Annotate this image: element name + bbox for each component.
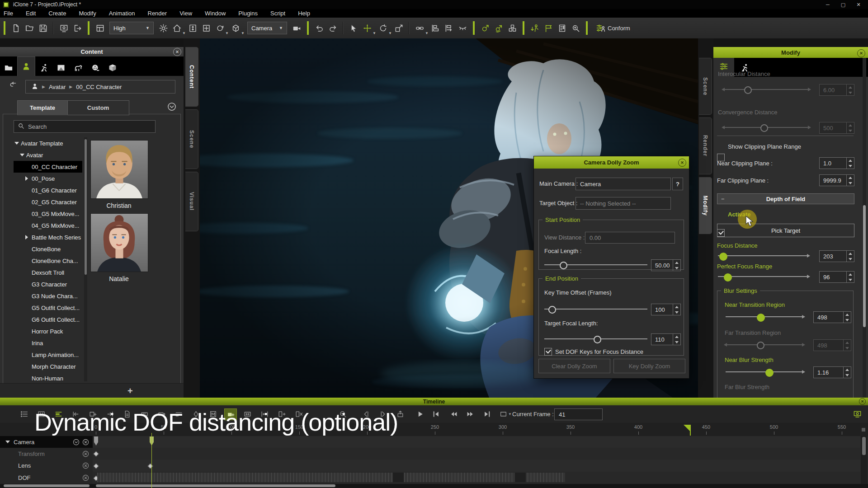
redo-icon[interactable] — [326, 21, 340, 35]
dock-tab-visual[interactable]: Visual — [185, 172, 198, 231]
menu-create[interactable]: Create — [42, 9, 72, 18]
spin-down-icon[interactable] — [673, 339, 680, 345]
tree-item-04-g5-mixmove-[interactable]: 04_G5 MixMove... — [14, 220, 82, 231]
depth-of-field-section-header[interactable]: − Depth of Field — [717, 193, 854, 204]
near-blur-spin[interactable]: 1.16 — [813, 366, 851, 378]
track-header-transform[interactable]: Transform — [0, 448, 93, 460]
spin-down-icon[interactable] — [673, 310, 680, 315]
home-view-caret-icon[interactable]: ▼ — [182, 31, 186, 38]
undo-icon[interactable] — [312, 21, 326, 35]
add-content-button[interactable]: + — [127, 386, 133, 396]
timeline-marker[interactable] — [690, 425, 691, 436]
track-lane-transform[interactable] — [93, 448, 860, 460]
key-dolly-zoom-button[interactable]: Key Dolly Zoom — [613, 359, 685, 373]
link-tool-icon[interactable] — [413, 21, 426, 35]
tree-item-horror-pack[interactable]: Horror Pack — [14, 325, 82, 337]
track-list-icon[interactable] — [18, 408, 30, 419]
focal-length-spin[interactable]: 50.00 — [651, 259, 681, 271]
target-focal-length-slider[interactable] — [544, 335, 647, 343]
maximize-button[interactable]: ▢ — [835, 0, 851, 9]
category-motion-icon[interactable] — [35, 60, 52, 76]
menu-render[interactable]: Render — [142, 9, 174, 18]
view-distance-input[interactable]: 0.00 — [585, 232, 675, 244]
close-circle-icon[interactable] — [82, 439, 89, 446]
menu-help[interactable]: Help — [292, 9, 316, 18]
tree-scrollbar[interactable] — [84, 137, 87, 381]
view-cube-caret-icon[interactable]: ▼ — [241, 31, 245, 38]
tree-item-irina[interactable]: Irina — [14, 337, 82, 349]
clip-start-grip[interactable] — [94, 436, 98, 446]
near-clipping-spin[interactable]: 1.0 — [819, 157, 854, 169]
category-avatar-icon[interactable] — [17, 56, 35, 76]
dialog-close-icon[interactable]: ✕ — [678, 159, 686, 167]
breadcrumb-avatar[interactable]: Avatar — [49, 84, 66, 90]
tab-template[interactable]: Template — [17, 100, 68, 115]
set-dof-keys-checkbox[interactable] — [544, 348, 552, 356]
chevron-circle-icon[interactable] — [73, 439, 80, 446]
tree-item-g5-outfit-collect-[interactable]: G5 Outfit Collect... — [14, 302, 82, 314]
track-header-dof[interactable]: DOF — [0, 472, 93, 484]
tree-item-g3-character[interactable]: G3 Character — [14, 278, 82, 290]
hide-tool-icon[interactable] — [456, 21, 469, 35]
flag-marker-icon[interactable] — [542, 21, 555, 35]
edit-pose-icon[interactable] — [492, 21, 505, 35]
pick-target-button[interactable]: Pick Target — [717, 224, 854, 237]
menu-modify[interactable]: Modify — [72, 9, 102, 18]
menu-plugins[interactable]: Plugins — [232, 9, 264, 18]
tree-item-00-cc-character[interactable]: 00_CC Character — [14, 161, 82, 173]
record-video-icon[interactable] — [290, 21, 303, 35]
modify-panel-header[interactable]: Modify ✕ — [713, 47, 868, 58]
near-transition-spin[interactable]: 498 — [813, 311, 851, 323]
align-move-tool-icon[interactable] — [442, 21, 456, 35]
timeline-close-icon[interactable]: ✕ — [859, 398, 866, 405]
content-close-icon[interactable]: ✕ — [173, 48, 181, 56]
menu-view[interactable]: View — [173, 9, 198, 18]
collapse-icon[interactable]: − — [721, 196, 725, 202]
spin-up-icon[interactable] — [673, 334, 680, 339]
close-button[interactable]: ✕ — [851, 0, 866, 9]
collapsed-arrow-icon[interactable] — [25, 235, 28, 239]
perfect-focus-spin[interactable]: 96 — [819, 271, 854, 283]
orbit-camera-caret-icon[interactable]: ▼ — [225, 31, 229, 38]
rotate-tool-caret-icon[interactable]: ▼ — [388, 31, 392, 38]
key-time-offset-spin[interactable]: 100 — [651, 304, 681, 315]
tree-item-00-pose[interactable]: 00_Pose — [14, 173, 82, 184]
category-media-icon[interactable] — [87, 60, 104, 76]
tree-item-g3-nude-chara-[interactable]: G3 Nude Chara... — [14, 290, 82, 302]
help-button[interactable]: ? — [672, 178, 683, 190]
dialog-title-bar[interactable]: Camera Dolly Zoom ✕ — [534, 156, 689, 169]
target-focal-length-spin[interactable]: 110 — [651, 333, 681, 345]
spin-up-icon[interactable] — [673, 304, 680, 310]
orbit-camera-icon[interactable] — [213, 21, 226, 35]
loop-range-caret-icon[interactable]: ▼ — [507, 408, 513, 419]
forward-icon[interactable] — [464, 408, 476, 419]
modify-close-icon[interactable]: ✕ — [857, 49, 865, 57]
menu-script[interactable]: Script — [264, 9, 292, 18]
track-lane-dof[interactable] — [93, 472, 860, 484]
play-icon[interactable] — [414, 408, 426, 419]
rewind-icon[interactable] — [448, 408, 459, 419]
tree-item-01-g6-character[interactable]: 01_G6 Character — [14, 184, 82, 196]
track-header-lens[interactable]: Lens — [0, 460, 93, 472]
track-lane-camera[interactable] — [93, 436, 860, 448]
dock-tab-render[interactable]: Render — [699, 117, 712, 174]
expanded-arrow-icon[interactable] — [5, 441, 10, 443]
spin-up-icon[interactable] — [673, 260, 680, 265]
camera-switch-icon[interactable] — [851, 408, 863, 419]
menu-file[interactable]: File — [0, 9, 19, 18]
key-time-offset-slider[interactable] — [544, 305, 647, 313]
back-icon[interactable] — [9, 81, 17, 91]
minimize-button[interactable]: ─ — [820, 0, 835, 9]
modify-scrollbar[interactable] — [863, 58, 866, 398]
group-cubes-icon[interactable] — [505, 21, 519, 35]
motion-target-icon[interactable] — [528, 21, 542, 35]
tree-item-avatar-template[interactable]: Avatar Template — [14, 137, 82, 149]
expanded-arrow-icon[interactable] — [14, 142, 19, 145]
align-tool-icon[interactable] — [429, 21, 442, 35]
category-folder-icon[interactable] — [0, 60, 17, 76]
tree-item-03-g5-mixmove-[interactable]: 03_G5 MixMove... — [14, 208, 82, 220]
main-camera-input[interactable]: Camera — [576, 178, 671, 190]
near-transition-slider[interactable] — [726, 313, 803, 320]
breadcrumb[interactable]: ▶ Avatar ▶ 00_CC Character — [25, 80, 175, 94]
thumbnail-image[interactable] — [90, 213, 148, 272]
